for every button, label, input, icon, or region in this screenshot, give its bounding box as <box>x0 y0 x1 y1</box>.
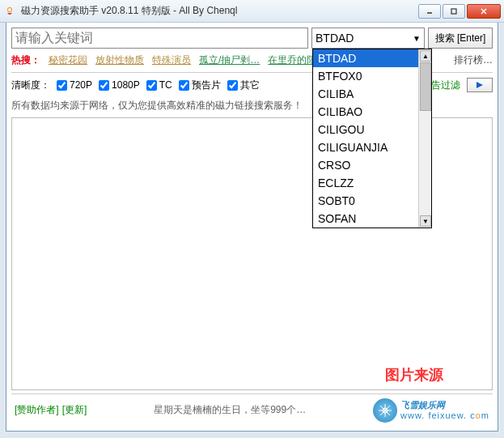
scroll-up-icon[interactable]: ▲ <box>420 50 431 62</box>
svg-point-1 <box>8 8 11 11</box>
status-text: 星期天是楠楠的生日，坐等999个… <box>91 403 368 417</box>
filter-tc[interactable]: TC <box>146 79 172 91</box>
window-title: 磁力资源搜索助手 v20.8.11 特别版 - All By Chenql <box>21 4 418 18</box>
dropdown-option[interactable]: CILIGUANJIA <box>313 138 431 156</box>
dropdown-option[interactable]: BTDAD <box>313 49 431 67</box>
dropdown-option[interactable]: CILIGOU <box>313 121 431 138</box>
titlebar: 磁力资源搜索助手 v20.8.11 特别版 - All By Chenql <box>0 0 504 23</box>
filter-other[interactable]: 其它 <box>227 79 260 92</box>
update-link[interactable]: [更新] <box>62 403 87 417</box>
scroll-thumb[interactable] <box>420 62 431 111</box>
svg-rect-3 <box>451 9 456 14</box>
maximize-button[interactable] <box>443 4 465 19</box>
footer: [赞助作者] [更新] 星期天是楠楠的生日，坐等999个… 飞雪娱乐网 www.… <box>11 393 493 426</box>
dropdown-option[interactable]: CILIBA <box>313 85 431 103</box>
filter-trailer[interactable]: 预告片 <box>179 79 221 92</box>
brand-logo-icon <box>373 398 397 423</box>
app-icon <box>3 5 16 18</box>
svg-marker-6 <box>476 82 483 88</box>
hot-link[interactable]: 秘密花园 <box>49 53 87 67</box>
dropdown-option[interactable]: ECLZZ <box>313 174 431 192</box>
clarity-label: 清晰度： <box>11 79 50 92</box>
brand-url: www. feixuew. com <box>400 410 489 420</box>
brand-badge: 飞雪娱乐网 www. feixuew. com <box>373 398 489 423</box>
hot-link[interactable]: 特殊演员 <box>152 53 191 67</box>
dropdown-option[interactable]: SOBT0 <box>313 192 431 210</box>
source-select[interactable]: BTDAD ▼ <box>311 28 425 49</box>
ranking-link[interactable]: 排行榜… <box>454 53 493 67</box>
close-button[interactable] <box>467 4 501 19</box>
source-selected-text: BTDAD <box>316 32 354 45</box>
dropdown-option[interactable]: BTFOX0 <box>313 67 431 85</box>
sponsor-link[interactable]: [赞助作者] <box>15 403 59 417</box>
hot-link[interactable]: 放射性物质 <box>95 53 144 67</box>
dropdown-scrollbar[interactable]: ▲ ▼ <box>418 49 431 228</box>
search-input[interactable] <box>11 28 308 49</box>
brand-name: 飞雪娱乐网 <box>400 400 489 410</box>
watermark-text: 图片来源 <box>385 365 443 385</box>
hot-link[interactable]: 孤立/抽尸剥… <box>199 53 260 67</box>
chevron-down-icon: ▼ <box>413 34 421 43</box>
filter-1080p[interactable]: 1080P <box>99 79 140 91</box>
filter-720p[interactable]: 720P <box>57 79 92 91</box>
dropdown-option[interactable]: CRSO <box>313 156 431 174</box>
scroll-down-icon[interactable]: ▼ <box>420 215 431 227</box>
dropdown-option[interactable]: CILIBAO <box>313 103 431 121</box>
source-dropdown[interactable]: BTDADBTFOX0CILIBACILIBAOCILIGOUCILIGUANJ… <box>312 49 432 228</box>
minimize-button[interactable] <box>418 4 441 19</box>
ad-filter-toggle[interactable] <box>467 78 493 92</box>
hot-search-label: 热搜： <box>11 53 40 67</box>
dropdown-option[interactable]: SOFAN <box>313 210 431 228</box>
search-button[interactable]: 搜索 [Enter] <box>428 28 493 49</box>
